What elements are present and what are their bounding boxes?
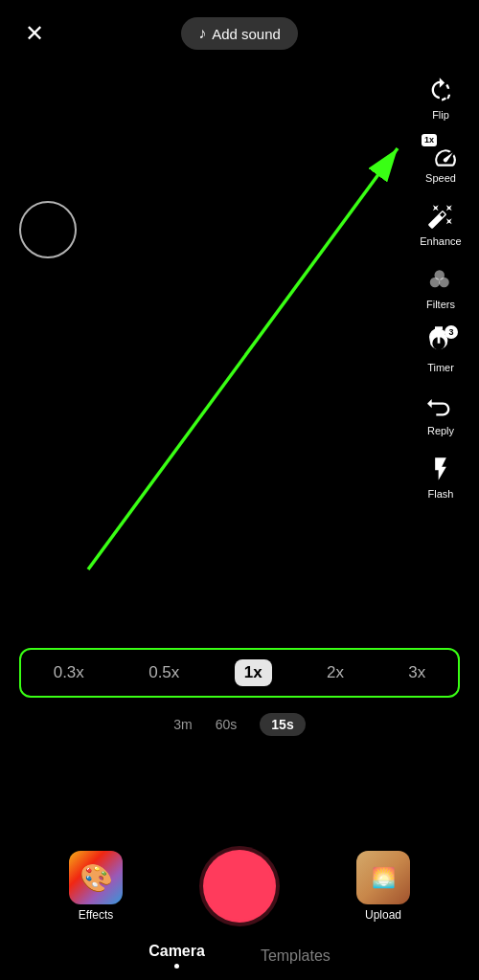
speed-option-2x[interactable]: 2x xyxy=(317,659,354,686)
flip-button[interactable]: Flip xyxy=(407,67,474,126)
viewfinder-circle xyxy=(19,201,77,258)
speed-option-05x[interactable]: 0.5x xyxy=(139,659,189,686)
bottom-tabs: Camera Templates xyxy=(0,943,479,969)
speed-badge-num: 1x xyxy=(422,134,437,146)
speed-button[interactable]: 1x Speed xyxy=(407,130,474,189)
speed-icon: 1x xyxy=(423,136,458,170)
filters-button[interactable]: Filters xyxy=(407,256,474,316)
flash-icon xyxy=(423,452,458,486)
speed-option-1x[interactable]: 1x xyxy=(235,659,272,686)
bottom-bar: 🎨 Effects 🌅 Upload xyxy=(0,850,479,923)
close-button[interactable]: ✕ xyxy=(15,14,54,53)
timer-icon: 3 xyxy=(423,325,458,360)
effects-button[interactable]: 🎨 Effects xyxy=(69,851,123,922)
enhance-label: Enhance xyxy=(420,235,461,247)
speed-label: Speed xyxy=(425,172,456,184)
speed-option-3x[interactable]: 3x xyxy=(399,659,435,686)
right-toolbar: Flip 1x Speed Enhance xyxy=(402,57,479,505)
speed-selector: 0.3x 0.5x 1x 2x 3x xyxy=(19,648,460,698)
timer-label: Timer xyxy=(427,362,454,373)
svg-line-1 xyxy=(88,148,398,569)
reply-icon xyxy=(423,389,458,423)
effects-thumbnail: 🎨 xyxy=(69,851,123,904)
tab-active-dot xyxy=(174,964,179,969)
music-icon: ♪ xyxy=(198,25,206,42)
flash-label: Flash xyxy=(428,488,454,500)
filters-icon xyxy=(423,262,458,297)
upload-thumbnail: 🌅 xyxy=(356,851,410,904)
timer-button[interactable]: 3 Timer xyxy=(407,320,474,379)
flash-button[interactable]: Flash xyxy=(407,446,474,505)
upload-label: Upload xyxy=(365,908,401,922)
tab-camera[interactable]: Camera xyxy=(145,943,209,969)
tab-templates[interactable]: Templates xyxy=(257,947,334,965)
reply-label: Reply xyxy=(427,425,454,436)
timer-badge-num: 3 xyxy=(445,325,458,339)
add-sound-button[interactable]: ♪ Add sound xyxy=(181,17,298,50)
upload-button[interactable]: 🌅 Upload xyxy=(356,851,410,922)
effects-label: Effects xyxy=(79,908,113,922)
enhance-icon xyxy=(423,199,458,234)
flip-label: Flip xyxy=(432,109,449,121)
svg-point-4 xyxy=(435,270,445,280)
record-button[interactable] xyxy=(203,850,276,923)
add-sound-label: Add sound xyxy=(212,26,281,42)
duration-15s[interactable]: 15s xyxy=(260,713,305,736)
filters-label: Filters xyxy=(426,299,455,310)
duration-60s[interactable]: 60s xyxy=(216,717,238,732)
reply-button[interactable]: Reply xyxy=(407,383,474,442)
duration-selector: 3m 60s 15s xyxy=(0,713,479,736)
duration-3m[interactable]: 3m xyxy=(173,717,192,732)
flip-icon xyxy=(423,73,458,107)
enhance-button[interactable]: Enhance xyxy=(407,193,474,253)
speed-option-03x[interactable]: 0.3x xyxy=(44,659,94,686)
